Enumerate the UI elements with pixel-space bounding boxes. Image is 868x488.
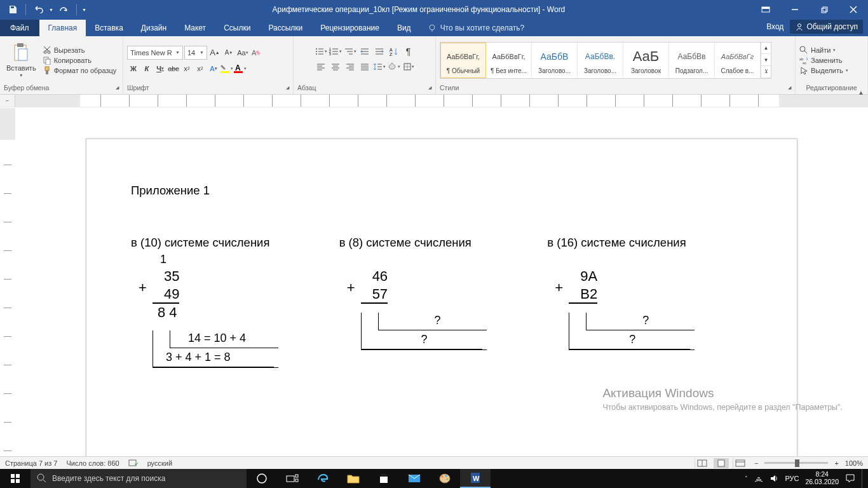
dialog-launcher-icon[interactable]: ◢ xyxy=(428,85,431,90)
style-heading2[interactable]: АаБбВв.Заголово... xyxy=(578,43,623,78)
undo-icon[interactable] xyxy=(31,2,46,17)
tab-home[interactable]: Главная xyxy=(39,20,86,36)
borders-icon[interactable]: ▾ xyxy=(402,60,416,73)
decrease-indent-icon[interactable] xyxy=(358,45,372,58)
style-normal[interactable]: АаБбВвГг,¶ Обычный xyxy=(440,43,486,78)
sort-icon[interactable]: AZ xyxy=(387,45,401,58)
bullets-icon[interactable]: ▾ xyxy=(314,45,328,58)
show-marks-icon[interactable]: ¶ xyxy=(402,45,416,58)
style-subtitle[interactable]: АаБбВвПодзагол... xyxy=(669,43,715,78)
dialog-launcher-icon[interactable]: ◢ xyxy=(788,85,791,90)
read-mode-icon[interactable] xyxy=(695,458,710,468)
shading-icon[interactable]: ▾ xyxy=(387,60,401,73)
tray-lang[interactable]: РУС xyxy=(785,475,799,482)
replace-button[interactable]: abacЗаменить xyxy=(799,56,848,65)
format-painter-button[interactable]: Формат по образцу xyxy=(43,66,117,75)
zoom-level[interactable]: 100% xyxy=(845,459,863,467)
minimize-button[interactable] xyxy=(780,0,810,19)
text-effects-icon[interactable]: A▾ xyxy=(207,62,220,75)
grow-font-icon[interactable]: A▲ xyxy=(208,46,221,59)
maximize-button[interactable] xyxy=(810,0,839,19)
select-button[interactable]: Выделить ▾ xyxy=(799,66,848,75)
tab-design[interactable]: Дизайн xyxy=(132,20,175,36)
bold-button[interactable]: Ж xyxy=(127,62,140,75)
style-title[interactable]: АаБЗаголовок xyxy=(623,43,669,78)
copy-button[interactable]: Копировать xyxy=(43,56,117,65)
style-no-spacing[interactable]: АаБбВвГг,¶ Без инте... xyxy=(486,43,532,78)
tray-expand-icon[interactable]: ˄ xyxy=(745,475,748,482)
undo-dropdown-icon[interactable]: ▼ xyxy=(49,8,53,12)
qat-customize-icon[interactable]: ▼ xyxy=(82,8,86,12)
status-words[interactable]: Число слов: 860 xyxy=(66,459,119,467)
start-button[interactable] xyxy=(0,469,31,488)
numbering-icon[interactable]: 123▾ xyxy=(329,45,342,58)
change-case-icon[interactable]: Aa▾ xyxy=(236,46,249,59)
store-icon[interactable] xyxy=(369,469,399,488)
align-right-icon[interactable] xyxy=(343,60,357,73)
edge-icon[interactable] xyxy=(308,469,338,488)
paste-button[interactable]: Вставить ▼ xyxy=(4,41,39,79)
strikethrough-button[interactable]: abc xyxy=(167,62,180,75)
ribbon-display-icon[interactable] xyxy=(751,0,780,19)
signin-link[interactable]: Вход xyxy=(766,22,783,31)
network-icon[interactable] xyxy=(754,474,763,483)
dialog-launcher-icon[interactable]: ◢ xyxy=(116,85,119,90)
show-desktop-button[interactable] xyxy=(862,469,865,488)
mail-icon[interactable] xyxy=(399,469,430,488)
save-icon[interactable] xyxy=(5,2,20,17)
styles-gallery[interactable]: АаБбВвГг,¶ Обычный АаБбВвГг,¶ Без инте..… xyxy=(440,42,771,79)
zoom-slider[interactable] xyxy=(764,462,828,464)
volume-icon[interactable] xyxy=(770,474,778,483)
vertical-ruler[interactable] xyxy=(0,108,15,456)
tab-view[interactable]: Вид xyxy=(388,20,420,36)
status-lang[interactable]: русский xyxy=(147,459,172,467)
tab-file[interactable]: Файл xyxy=(0,20,39,36)
style-subtle[interactable]: АаБбВвГгСлабое в... xyxy=(715,43,761,78)
dialog-launcher-icon[interactable]: ◢ xyxy=(286,85,289,90)
font-size-combo[interactable]: 14▼ xyxy=(184,46,207,60)
spellcheck-icon[interactable] xyxy=(128,459,139,468)
tab-review[interactable]: Рецензирование xyxy=(311,20,388,36)
underline-button[interactable]: Ч▾ xyxy=(154,62,166,75)
highlight-icon[interactable]: ▾ xyxy=(220,62,233,75)
justify-icon[interactable] xyxy=(358,60,372,73)
tab-layout[interactable]: Макет xyxy=(175,20,215,36)
style-heading1[interactable]: АаБбВЗаголово... xyxy=(532,43,578,78)
tray-clock[interactable]: 8:24 26.03.2020 xyxy=(805,471,839,485)
font-name-combo[interactable]: Times New R▼ xyxy=(127,46,183,60)
cortana-icon[interactable] xyxy=(247,469,277,488)
print-layout-icon[interactable] xyxy=(714,458,729,468)
align-center-icon[interactable] xyxy=(329,60,342,73)
tab-mailings[interactable]: Рассылки xyxy=(259,20,311,36)
zoom-out-icon[interactable]: − xyxy=(752,459,761,467)
tab-references[interactable]: Ссылки xyxy=(215,20,259,36)
shrink-font-icon[interactable]: A▼ xyxy=(222,46,235,59)
styles-scroll[interactable]: ▲▼⊻ xyxy=(761,43,771,78)
word-icon[interactable]: W xyxy=(460,469,491,488)
align-left-icon[interactable] xyxy=(314,60,328,73)
tab-selector-icon[interactable]: ⌐ xyxy=(0,95,15,107)
redo-icon[interactable] xyxy=(56,2,71,17)
close-button[interactable] xyxy=(839,0,868,19)
taskbar-search[interactable]: Введите здесь текст для поиска xyxy=(31,469,247,488)
share-button[interactable]: Общий доступ xyxy=(790,20,863,34)
web-layout-icon[interactable] xyxy=(733,458,748,468)
explorer-icon[interactable] xyxy=(338,469,369,488)
action-center-icon[interactable] xyxy=(845,473,855,484)
horizontal-ruler[interactable]: ⌐ xyxy=(0,95,868,107)
paint-icon[interactable] xyxy=(430,469,460,488)
tell-me-search[interactable]: Что вы хотите сделать? xyxy=(428,24,525,36)
zoom-in-icon[interactable]: + xyxy=(832,459,841,467)
superscript-button[interactable]: x2 xyxy=(194,62,207,75)
subscript-button[interactable]: x2 xyxy=(180,62,193,75)
font-color-icon[interactable]: A▾ xyxy=(234,62,247,75)
increase-indent-icon[interactable] xyxy=(372,45,386,58)
clear-format-icon[interactable]: A xyxy=(250,46,263,59)
tab-insert[interactable]: Вставка xyxy=(86,20,132,36)
task-view-icon[interactable] xyxy=(277,469,308,488)
italic-button[interactable]: К xyxy=(140,62,153,75)
status-page[interactable]: Страница 7 из 7 xyxy=(5,459,57,467)
find-button[interactable]: Найти ▾ xyxy=(799,46,848,55)
cut-button[interactable]: Вырезать xyxy=(43,46,117,55)
line-spacing-icon[interactable]: ▾ xyxy=(372,60,386,73)
